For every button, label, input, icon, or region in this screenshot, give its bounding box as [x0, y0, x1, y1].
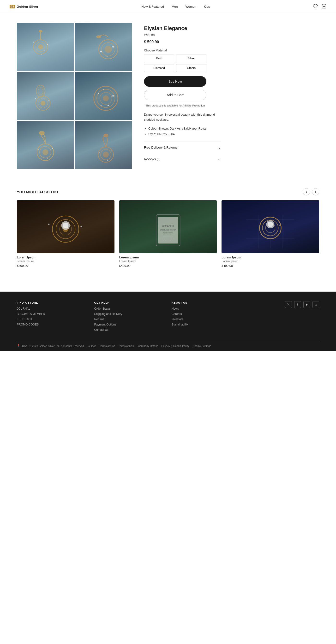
product-image-3[interactable]	[17, 72, 74, 120]
footer-privacy-link[interactable]: Privacy & Cookie Policy	[161, 344, 189, 347]
footer-col-1-title: FIND A STORE	[17, 301, 87, 304]
material-gold[interactable]: Gold	[144, 54, 174, 62]
footer-link-member[interactable]: FEEDBACK	[17, 318, 87, 321]
rec-title: YOU MIGHT ALSO LIKE	[17, 190, 59, 194]
svg-point-16	[112, 46, 114, 48]
footer-link-payment[interactable]: Payment Options	[94, 323, 165, 326]
product-image-2[interactable]	[75, 23, 132, 71]
footer-terms-sale-link[interactable]: Terms of Sale	[118, 344, 134, 347]
rec-image-2: alexandre STERLING SILVER cubic zirconia	[119, 200, 217, 253]
footer-link-journal[interactable]: BECOME A MEMBER	[17, 312, 87, 316]
nav-kids[interactable]: Kids	[204, 5, 210, 8]
buy-now-button[interactable]: Buy Now	[144, 76, 206, 87]
rec-header: YOU MIGHT ALSO LIKE ‹ ›	[17, 188, 319, 196]
twitter-icon[interactable]: 𝕏	[285, 301, 292, 308]
delivery-accordion[interactable]: Free Delivery & Returns ⌄	[144, 142, 221, 153]
product-image-1[interactable]	[17, 23, 74, 71]
brand-logo[interactable]: GS Golden Silver	[9, 5, 38, 8]
instagram-icon[interactable]: ◻	[313, 301, 319, 308]
footer-link-sustainability[interactable]: Sustainability	[171, 323, 242, 326]
svg-point-46	[99, 152, 100, 153]
facebook-icon[interactable]: f	[294, 301, 301, 308]
footer-link-feedback[interactable]: PROMO CODES	[17, 323, 87, 326]
product-section: Elysian Elegance Women. $ 599.90 Choose …	[0, 13, 336, 178]
svg-point-74	[264, 233, 265, 234]
svg-point-72	[279, 225, 281, 226]
material-others[interactable]: Others	[176, 64, 206, 72]
svg-point-44	[103, 152, 109, 158]
rec-image-1	[17, 200, 115, 253]
footer-cookie-settings-link[interactable]: Cookie Settings	[192, 344, 211, 347]
cart-icon[interactable]	[322, 4, 327, 10]
svg-point-38	[39, 131, 45, 135]
main-nav: New & Featured Men Women Kids	[141, 5, 210, 8]
svg-point-41	[47, 158, 48, 160]
product-image-4[interactable]	[75, 72, 132, 120]
footer-link-returns[interactable]: Returns	[94, 318, 165, 321]
footer-terms-use-link[interactable]: Terms of Use	[99, 344, 115, 347]
footer-bottom: 📍 USA © 2023 Golden Silver, Inc. All Rig…	[17, 341, 319, 351]
svg-point-3	[38, 44, 43, 49]
material-options: Gold Silver Diamond Others	[144, 54, 206, 72]
add-to-cart-button[interactable]: Add to Cart	[144, 90, 206, 100]
footer-guides-link[interactable]: Guides	[88, 344, 96, 347]
footer-link-careers[interactable]: Careers	[171, 312, 242, 316]
svg-point-22	[38, 88, 43, 95]
rec-card-2-price: $499.90	[119, 264, 217, 268]
footer-col-1: FIND A STORE JOURNAL BECOME A MEMBER FEE…	[17, 301, 87, 334]
material-diamond[interactable]: Diamond	[144, 64, 174, 72]
reviews-accordion-header[interactable]: Reviews (0) ⌄	[144, 157, 221, 161]
nav-women[interactable]: Women	[185, 5, 196, 8]
rec-prev-button[interactable]: ‹	[303, 188, 310, 196]
footer-company-details-link[interactable]: Company Details	[138, 344, 158, 347]
svg-point-47	[111, 150, 112, 152]
delivery-label: Free Delivery & Returns	[144, 146, 177, 149]
rec-card-2-subtitle: Lorem Ipsum	[119, 260, 217, 263]
footer-link-shipping[interactable]: Shipping and Delivery	[94, 312, 165, 316]
product-image-5[interactable]	[17, 121, 74, 169]
svg-point-10	[44, 50, 45, 51]
footer-link-contact[interactable]: Contact Us	[94, 328, 165, 332]
svg-point-5	[39, 30, 42, 32]
svg-point-9	[37, 49, 37, 50]
svg-point-24	[35, 98, 36, 99]
social-icons: 𝕏 f ▶ ◻	[249, 301, 320, 308]
rec-card-1[interactable]: Lorem Ipsum Lorem Ipsum $499.90	[17, 200, 115, 268]
rec-next-button[interactable]: ›	[312, 188, 319, 196]
wishlist-icon[interactable]	[313, 4, 318, 10]
svg-point-30	[98, 93, 99, 94]
footer-location: 📍 USA © 2023 Golden Silver, Inc. All Rig…	[17, 344, 84, 347]
material-silver[interactable]: Silver	[176, 54, 206, 62]
rec-card-2-title: Lorem Ipsum	[119, 256, 217, 259]
svg-point-33	[101, 105, 102, 106]
rec-grid: Lorem Ipsum Lorem Ipsum $499.90 alexandr…	[17, 200, 319, 268]
svg-point-6	[33, 42, 34, 42]
rec-navigation: ‹ ›	[303, 188, 319, 196]
footer-link-investors[interactable]: Investors	[171, 318, 242, 321]
svg-point-21	[36, 85, 45, 97]
nav-men[interactable]: Men	[171, 5, 177, 8]
footer-link-order-status[interactable]: Order Status	[94, 307, 165, 310]
delivery-accordion-header[interactable]: Free Delivery & Returns ⌄	[144, 145, 221, 150]
header: GS Golden Silver New & Featured Men Wome…	[0, 0, 336, 13]
svg-point-54	[63, 222, 68, 228]
rec-card-3[interactable]: Lorem Ipsum Lorem Ipsum $499.90	[221, 200, 319, 268]
svg-point-20	[40, 101, 45, 106]
product-image-6[interactable]	[75, 121, 132, 169]
svg-point-32	[108, 105, 109, 106]
reviews-accordion[interactable]: Reviews (0) ⌄	[144, 153, 221, 165]
youtube-icon[interactable]: ▶	[303, 301, 310, 308]
rec-card-1-subtitle: Lorem Ipsum	[17, 260, 115, 263]
svg-point-73	[276, 234, 277, 234]
detail-item-2: Style: DN3253-204	[148, 131, 319, 137]
svg-point-13	[105, 46, 112, 53]
product-title: Elysian Elegance	[144, 25, 319, 32]
svg-point-7	[47, 44, 48, 45]
footer-link-find-store[interactable]: JOURNAL	[17, 307, 87, 310]
rec-card-2[interactable]: alexandre STERLING SILVER cubic zirconia…	[119, 200, 217, 268]
brand-name: Golden Silver	[16, 5, 38, 8]
footer-link-news[interactable]: News	[171, 307, 242, 310]
copyright-text: © 2023 Golden Silver, Inc. All Rights Re…	[29, 344, 84, 347]
nav-new-featured[interactable]: New & Featured	[141, 5, 164, 8]
product-category: Women.	[144, 33, 319, 36]
